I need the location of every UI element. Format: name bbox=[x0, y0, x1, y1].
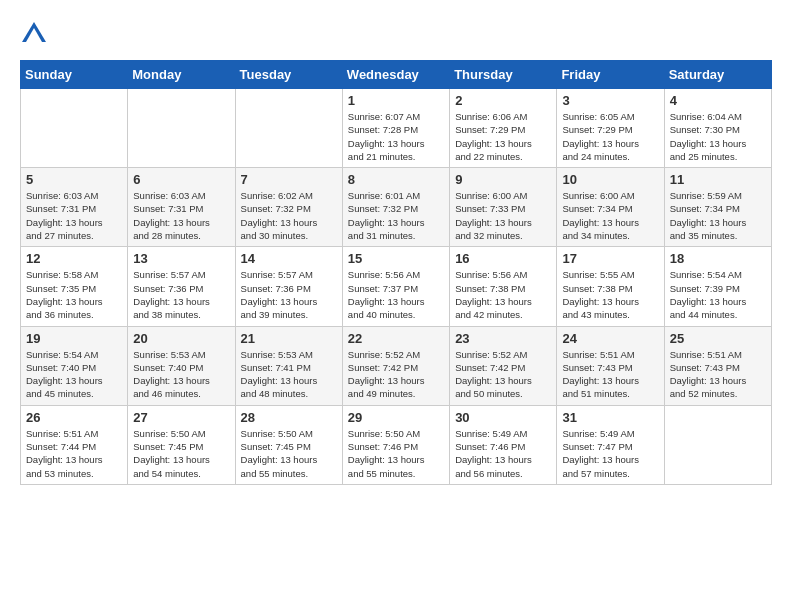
calendar-cell: 5Sunrise: 6:03 AM Sunset: 7:31 PM Daylig… bbox=[21, 168, 128, 247]
calendar-header-saturday: Saturday bbox=[664, 61, 771, 89]
calendar-cell: 16Sunrise: 5:56 AM Sunset: 7:38 PM Dayli… bbox=[450, 247, 557, 326]
day-number: 25 bbox=[670, 331, 766, 346]
day-info: Sunrise: 5:49 AM Sunset: 7:46 PM Dayligh… bbox=[455, 427, 551, 480]
day-number: 11 bbox=[670, 172, 766, 187]
day-number: 31 bbox=[562, 410, 658, 425]
calendar-header-monday: Monday bbox=[128, 61, 235, 89]
day-info: Sunrise: 5:50 AM Sunset: 7:45 PM Dayligh… bbox=[241, 427, 337, 480]
calendar-cell: 22Sunrise: 5:52 AM Sunset: 7:42 PM Dayli… bbox=[342, 326, 449, 405]
calendar-header-wednesday: Wednesday bbox=[342, 61, 449, 89]
calendar-cell: 19Sunrise: 5:54 AM Sunset: 7:40 PM Dayli… bbox=[21, 326, 128, 405]
calendar-cell bbox=[235, 89, 342, 168]
calendar-cell: 8Sunrise: 6:01 AM Sunset: 7:32 PM Daylig… bbox=[342, 168, 449, 247]
day-number: 13 bbox=[133, 251, 229, 266]
day-number: 28 bbox=[241, 410, 337, 425]
day-number: 23 bbox=[455, 331, 551, 346]
day-number: 6 bbox=[133, 172, 229, 187]
day-number: 26 bbox=[26, 410, 122, 425]
day-number: 21 bbox=[241, 331, 337, 346]
day-number: 1 bbox=[348, 93, 444, 108]
day-info: Sunrise: 5:52 AM Sunset: 7:42 PM Dayligh… bbox=[348, 348, 444, 401]
calendar-cell: 26Sunrise: 5:51 AM Sunset: 7:44 PM Dayli… bbox=[21, 405, 128, 484]
day-number: 20 bbox=[133, 331, 229, 346]
calendar-week-row: 12Sunrise: 5:58 AM Sunset: 7:35 PM Dayli… bbox=[21, 247, 772, 326]
day-info: Sunrise: 5:53 AM Sunset: 7:41 PM Dayligh… bbox=[241, 348, 337, 401]
day-number: 7 bbox=[241, 172, 337, 187]
calendar-cell: 29Sunrise: 5:50 AM Sunset: 7:46 PM Dayli… bbox=[342, 405, 449, 484]
day-number: 17 bbox=[562, 251, 658, 266]
calendar-cell bbox=[128, 89, 235, 168]
day-info: Sunrise: 5:57 AM Sunset: 7:36 PM Dayligh… bbox=[133, 268, 229, 321]
day-info: Sunrise: 5:51 AM Sunset: 7:43 PM Dayligh… bbox=[562, 348, 658, 401]
day-info: Sunrise: 5:52 AM Sunset: 7:42 PM Dayligh… bbox=[455, 348, 551, 401]
day-number: 16 bbox=[455, 251, 551, 266]
calendar-header-friday: Friday bbox=[557, 61, 664, 89]
calendar-cell: 17Sunrise: 5:55 AM Sunset: 7:38 PM Dayli… bbox=[557, 247, 664, 326]
day-info: Sunrise: 5:54 AM Sunset: 7:40 PM Dayligh… bbox=[26, 348, 122, 401]
day-info: Sunrise: 5:55 AM Sunset: 7:38 PM Dayligh… bbox=[562, 268, 658, 321]
day-number: 29 bbox=[348, 410, 444, 425]
calendar-cell bbox=[664, 405, 771, 484]
calendar-cell: 25Sunrise: 5:51 AM Sunset: 7:43 PM Dayli… bbox=[664, 326, 771, 405]
day-info: Sunrise: 5:58 AM Sunset: 7:35 PM Dayligh… bbox=[26, 268, 122, 321]
day-info: Sunrise: 6:06 AM Sunset: 7:29 PM Dayligh… bbox=[455, 110, 551, 163]
calendar-cell: 31Sunrise: 5:49 AM Sunset: 7:47 PM Dayli… bbox=[557, 405, 664, 484]
day-number: 3 bbox=[562, 93, 658, 108]
day-number: 4 bbox=[670, 93, 766, 108]
day-number: 5 bbox=[26, 172, 122, 187]
day-info: Sunrise: 6:05 AM Sunset: 7:29 PM Dayligh… bbox=[562, 110, 658, 163]
day-info: Sunrise: 6:02 AM Sunset: 7:32 PM Dayligh… bbox=[241, 189, 337, 242]
calendar-cell: 7Sunrise: 6:02 AM Sunset: 7:32 PM Daylig… bbox=[235, 168, 342, 247]
day-number: 10 bbox=[562, 172, 658, 187]
calendar-header-sunday: Sunday bbox=[21, 61, 128, 89]
day-number: 27 bbox=[133, 410, 229, 425]
calendar-week-row: 19Sunrise: 5:54 AM Sunset: 7:40 PM Dayli… bbox=[21, 326, 772, 405]
day-number: 9 bbox=[455, 172, 551, 187]
day-number: 18 bbox=[670, 251, 766, 266]
calendar-cell: 4Sunrise: 6:04 AM Sunset: 7:30 PM Daylig… bbox=[664, 89, 771, 168]
day-number: 30 bbox=[455, 410, 551, 425]
calendar-cell: 10Sunrise: 6:00 AM Sunset: 7:34 PM Dayli… bbox=[557, 168, 664, 247]
calendar-week-row: 5Sunrise: 6:03 AM Sunset: 7:31 PM Daylig… bbox=[21, 168, 772, 247]
day-info: Sunrise: 6:01 AM Sunset: 7:32 PM Dayligh… bbox=[348, 189, 444, 242]
logo bbox=[20, 20, 52, 48]
day-info: Sunrise: 5:51 AM Sunset: 7:43 PM Dayligh… bbox=[670, 348, 766, 401]
day-info: Sunrise: 5:49 AM Sunset: 7:47 PM Dayligh… bbox=[562, 427, 658, 480]
day-number: 14 bbox=[241, 251, 337, 266]
calendar-cell: 9Sunrise: 6:00 AM Sunset: 7:33 PM Daylig… bbox=[450, 168, 557, 247]
calendar-week-row: 26Sunrise: 5:51 AM Sunset: 7:44 PM Dayli… bbox=[21, 405, 772, 484]
day-info: Sunrise: 5:51 AM Sunset: 7:44 PM Dayligh… bbox=[26, 427, 122, 480]
day-number: 19 bbox=[26, 331, 122, 346]
day-info: Sunrise: 5:53 AM Sunset: 7:40 PM Dayligh… bbox=[133, 348, 229, 401]
day-info: Sunrise: 5:56 AM Sunset: 7:38 PM Dayligh… bbox=[455, 268, 551, 321]
day-info: Sunrise: 5:57 AM Sunset: 7:36 PM Dayligh… bbox=[241, 268, 337, 321]
calendar-cell: 24Sunrise: 5:51 AM Sunset: 7:43 PM Dayli… bbox=[557, 326, 664, 405]
header bbox=[20, 20, 772, 48]
calendar-cell: 12Sunrise: 5:58 AM Sunset: 7:35 PM Dayli… bbox=[21, 247, 128, 326]
day-info: Sunrise: 5:50 AM Sunset: 7:46 PM Dayligh… bbox=[348, 427, 444, 480]
day-number: 2 bbox=[455, 93, 551, 108]
calendar-table: SundayMondayTuesdayWednesdayThursdayFrid… bbox=[20, 60, 772, 485]
calendar-cell: 28Sunrise: 5:50 AM Sunset: 7:45 PM Dayli… bbox=[235, 405, 342, 484]
calendar-cell: 1Sunrise: 6:07 AM Sunset: 7:28 PM Daylig… bbox=[342, 89, 449, 168]
page: SundayMondayTuesdayWednesdayThursdayFrid… bbox=[0, 0, 792, 495]
calendar-header-row: SundayMondayTuesdayWednesdayThursdayFrid… bbox=[21, 61, 772, 89]
day-info: Sunrise: 5:59 AM Sunset: 7:34 PM Dayligh… bbox=[670, 189, 766, 242]
day-info: Sunrise: 5:56 AM Sunset: 7:37 PM Dayligh… bbox=[348, 268, 444, 321]
day-info: Sunrise: 5:50 AM Sunset: 7:45 PM Dayligh… bbox=[133, 427, 229, 480]
calendar-cell: 2Sunrise: 6:06 AM Sunset: 7:29 PM Daylig… bbox=[450, 89, 557, 168]
day-info: Sunrise: 6:07 AM Sunset: 7:28 PM Dayligh… bbox=[348, 110, 444, 163]
calendar-cell: 23Sunrise: 5:52 AM Sunset: 7:42 PM Dayli… bbox=[450, 326, 557, 405]
logo-icon bbox=[20, 20, 48, 48]
calendar-week-row: 1Sunrise: 6:07 AM Sunset: 7:28 PM Daylig… bbox=[21, 89, 772, 168]
day-info: Sunrise: 6:03 AM Sunset: 7:31 PM Dayligh… bbox=[26, 189, 122, 242]
day-info: Sunrise: 6:04 AM Sunset: 7:30 PM Dayligh… bbox=[670, 110, 766, 163]
day-number: 15 bbox=[348, 251, 444, 266]
calendar-header-tuesday: Tuesday bbox=[235, 61, 342, 89]
calendar-cell: 21Sunrise: 5:53 AM Sunset: 7:41 PM Dayli… bbox=[235, 326, 342, 405]
calendar-cell: 11Sunrise: 5:59 AM Sunset: 7:34 PM Dayli… bbox=[664, 168, 771, 247]
day-info: Sunrise: 6:00 AM Sunset: 7:34 PM Dayligh… bbox=[562, 189, 658, 242]
day-number: 24 bbox=[562, 331, 658, 346]
calendar-cell: 6Sunrise: 6:03 AM Sunset: 7:31 PM Daylig… bbox=[128, 168, 235, 247]
day-info: Sunrise: 5:54 AM Sunset: 7:39 PM Dayligh… bbox=[670, 268, 766, 321]
